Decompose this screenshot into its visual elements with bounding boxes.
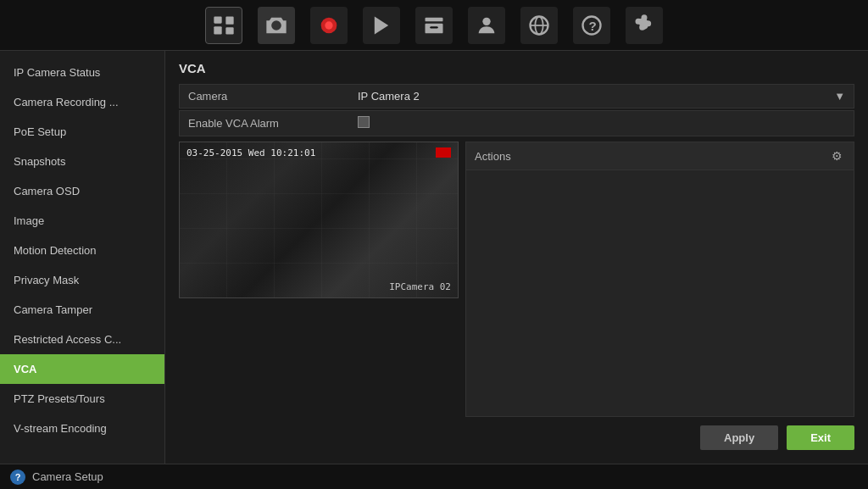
home-icon[interactable] xyxy=(205,7,242,44)
sidebar-item-restricted-access[interactable]: Restricted Access C... xyxy=(0,325,164,354)
content-area: VCA Camera IP Camera 2 ▼ Enable VCA Alar… xyxy=(165,51,868,464)
exit-button[interactable]: Exit xyxy=(787,425,854,450)
bottom-label: Camera Setup xyxy=(32,470,103,483)
svg-text:?: ? xyxy=(589,18,597,32)
sidebar-item-motion-detection[interactable]: Motion Detection xyxy=(0,236,164,265)
person-icon[interactable] xyxy=(468,7,505,44)
svg-rect-3 xyxy=(225,27,233,34)
bottom-bar: ? Camera Setup xyxy=(0,464,868,489)
sidebar-item-image[interactable]: Image xyxy=(0,206,164,236)
sidebar-item-camera-tamper[interactable]: Camera Tamper xyxy=(0,295,164,325)
record-icon[interactable] xyxy=(310,7,348,44)
help-circle-icon[interactable]: ? xyxy=(10,470,25,485)
sidebar-item-camera-recording[interactable]: Camera Recording ... xyxy=(0,87,164,117)
actions-label: Actions xyxy=(475,150,820,163)
video-flag-icon xyxy=(436,147,451,158)
video-overlay xyxy=(180,142,458,297)
camera-value: IP Camera 2 xyxy=(358,90,420,103)
camera-icon[interactable] xyxy=(258,7,295,44)
svg-rect-0 xyxy=(214,16,221,23)
playback-icon[interactable] xyxy=(363,7,400,44)
sidebar: IP Camera Status Camera Recording ... Po… xyxy=(0,51,165,464)
middle-row: 03-25-2015 Wed 10:21:01 IPCamera 02 Acti… xyxy=(179,142,854,417)
video-preview: 03-25-2015 Wed 10:21:01 IPCamera 02 xyxy=(179,142,459,298)
video-watermark: IPCamera 02 xyxy=(389,281,451,292)
sidebar-item-vstream-encoding[interactable]: V-stream Encoding xyxy=(0,414,164,443)
sidebar-item-ptz-presets[interactable]: PTZ Presets/Tours xyxy=(0,384,164,414)
sidebar-item-poe-setup[interactable]: PoE Setup xyxy=(0,117,164,147)
enable-vca-row: Enable VCA Alarm xyxy=(179,110,854,136)
content-footer: Apply Exit xyxy=(179,417,854,453)
help-toolbar-icon[interactable]: ? xyxy=(573,7,610,44)
svg-rect-8 xyxy=(430,26,437,28)
enable-vca-label: Enable VCA Alarm xyxy=(188,117,358,130)
svg-rect-6 xyxy=(426,17,443,21)
apply-button[interactable]: Apply xyxy=(700,425,778,450)
network-icon[interactable] xyxy=(520,7,558,44)
svg-point-15 xyxy=(642,22,648,28)
svg-rect-2 xyxy=(225,16,233,24)
video-timestamp: 03-25-2015 Wed 10:21:01 xyxy=(186,147,315,158)
sidebar-item-privacy-mask[interactable]: Privacy Mask xyxy=(0,265,164,295)
gear-icon[interactable]: ⚙ xyxy=(828,147,845,164)
svg-point-9 xyxy=(482,17,490,25)
dropdown-arrow-icon: ▼ xyxy=(834,90,845,103)
camera-row: Camera IP Camera 2 ▼ xyxy=(179,84,854,108)
camera-select[interactable]: IP Camera 2 ▼ xyxy=(358,90,845,103)
main-area: IP Camera Status Camera Recording ... Po… xyxy=(0,51,868,464)
page-title: VCA xyxy=(179,61,854,75)
sidebar-item-vca[interactable]: VCA xyxy=(0,354,164,384)
svg-rect-1 xyxy=(214,26,221,34)
camera-label: Camera xyxy=(188,90,358,103)
sidebar-item-camera-osd[interactable]: Camera OSD xyxy=(0,176,164,206)
toolbar: ? xyxy=(0,0,868,51)
sidebar-item-snapshots[interactable]: Snapshots xyxy=(0,147,164,176)
sidebar-item-ip-camera-status[interactable]: IP Camera Status xyxy=(0,58,164,87)
actions-header: Actions ⚙ xyxy=(466,142,854,170)
enable-vca-checkbox-container xyxy=(358,116,845,131)
archive-icon[interactable] xyxy=(415,7,453,44)
enable-vca-checkbox[interactable] xyxy=(358,116,370,128)
settings-icon[interactable] xyxy=(626,7,663,44)
actions-panel: Actions ⚙ xyxy=(465,142,854,417)
svg-point-5 xyxy=(325,21,332,29)
